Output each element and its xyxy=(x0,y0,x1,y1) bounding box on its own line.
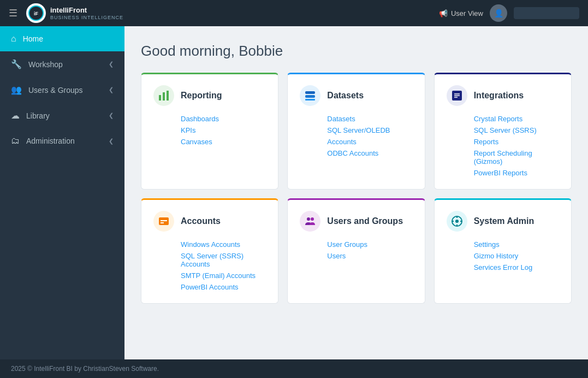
users-groups-icon xyxy=(300,211,320,232)
card-links-accounts: Windows AccountsSQL Server (SSRS) Accoun… xyxy=(153,240,266,291)
svg-rect-5 xyxy=(305,91,315,94)
sidebar-item-library[interactable]: ☁ Library ❮ xyxy=(0,103,124,128)
integrations-icon xyxy=(447,85,467,106)
greeting-text: Good morning, Bobbie xyxy=(141,43,572,60)
card-links-reporting: DashboardsKPIsCanvases xyxy=(153,115,266,146)
card-link-system-admin[interactable]: Gizmo History xyxy=(474,252,559,260)
svg-rect-4 xyxy=(167,91,169,101)
logo-area: iF intelliFront BUSINESS INTELLIGENCE xyxy=(26,3,123,23)
sidebar-label-workshop: Workshop xyxy=(28,60,63,69)
card-link-integrations[interactable]: PowerBI Reports xyxy=(474,169,559,177)
cards-grid: Reporting DashboardsKPIsCanvases Dataset… xyxy=(141,73,572,304)
main-content: Good morning, Bobbie Reporting Dashboard… xyxy=(124,26,588,359)
card-link-accounts[interactable]: Windows Accounts xyxy=(181,240,266,249)
card-link-datasets[interactable]: Datasets xyxy=(327,115,412,123)
card-header-users-groups: Users and Groups xyxy=(300,211,412,232)
datasets-icon xyxy=(300,85,320,106)
card-link-users-groups[interactable]: User Groups xyxy=(327,240,412,249)
speaker-icon: 📢 xyxy=(439,9,448,17)
card-header-accounts: Accounts xyxy=(153,211,266,232)
card-link-accounts[interactable]: SQL Server (SSRS) Accounts xyxy=(181,252,266,268)
footer-text: 2025 © IntelliFront BI by ChristianSteve… xyxy=(11,365,159,373)
logo-text-block: intelliFront BUSINESS INTELLIGENCE xyxy=(50,6,123,20)
sidebar-label-library: Library xyxy=(26,111,50,120)
sidebar-item-workshop[interactable]: 🔧 Workshop ❮ xyxy=(0,51,124,77)
card-link-datasets[interactable]: ODBC Accounts xyxy=(327,149,412,157)
user-view-label[interactable]: 📢 User View xyxy=(439,9,483,17)
card-link-reporting[interactable]: Dashboards xyxy=(181,115,266,123)
card-link-system-admin[interactable]: Services Error Log xyxy=(474,263,559,271)
svg-point-16 xyxy=(311,217,314,221)
card-link-datasets[interactable]: SQL Server/OLEDB xyxy=(327,126,412,134)
header: ☰ iF intelliFront BUSINESS INTELLIGENCE … xyxy=(0,0,588,26)
logo-icon: iF xyxy=(26,3,46,23)
sidebar-item-users-groups[interactable]: 👥 Users & Groups ❮ xyxy=(0,77,124,103)
card-title-system-admin: System Admin xyxy=(474,216,534,226)
card-link-users-groups[interactable]: Users xyxy=(327,252,412,260)
svg-rect-3 xyxy=(163,92,165,101)
reporting-icon xyxy=(153,85,174,106)
card-link-integrations[interactable]: SQL Server (SSRS) xyxy=(474,126,559,134)
home-icon: ⌂ xyxy=(11,34,16,44)
sidebar-label-administration: Administration xyxy=(26,137,75,145)
card-links-integrations: Crystal ReportsSQL Server (SSRS)ReportsR… xyxy=(447,115,559,177)
card-title-accounts: Accounts xyxy=(181,216,221,226)
users-groups-icon: 👥 xyxy=(11,85,22,95)
footer: 2025 © IntelliFront BI by ChristianSteve… xyxy=(0,359,588,378)
card-links-system-admin: SettingsGizmo HistoryServices Error Log xyxy=(447,240,559,271)
card-title-reporting: Reporting xyxy=(181,91,222,101)
card-links-users-groups: User GroupsUsers xyxy=(300,240,412,260)
svg-point-15 xyxy=(307,217,310,221)
card-title-datasets: Datasets xyxy=(327,91,364,101)
sidebar-item-home[interactable]: ⌂ Home xyxy=(0,26,124,51)
sidebar-item-administration[interactable]: 🗂 Administration ❮ xyxy=(0,128,124,153)
card-header-reporting: Reporting xyxy=(153,85,266,106)
sidebar-label-users-groups: Users & Groups xyxy=(28,86,83,94)
hamburger-icon[interactable]: ☰ xyxy=(9,7,17,19)
accounts-icon xyxy=(153,211,174,232)
svg-rect-2 xyxy=(159,95,161,101)
svg-text:iF: iF xyxy=(34,11,39,16)
chevron-right-icon-4: ❮ xyxy=(109,138,114,145)
card-link-integrations[interactable]: Crystal Reports xyxy=(474,115,559,123)
card-link-accounts[interactable]: PowerBI Accounts xyxy=(181,283,266,291)
system-admin-icon xyxy=(447,211,467,232)
svg-rect-13 xyxy=(161,220,167,221)
card-links-datasets: DatasetsSQL Server/OLEDBAccountsODBC Acc… xyxy=(300,115,412,157)
svg-point-18 xyxy=(455,220,459,223)
logo-subtitle: BUSINESS INTELLIGENCE xyxy=(50,15,123,20)
card-link-accounts[interactable]: SMTP (Email) Accounts xyxy=(181,271,266,280)
card-title-integrations: Integrations xyxy=(474,91,524,101)
card-integrations: Integrations Crystal ReportsSQL Server (… xyxy=(434,73,572,190)
card-link-integrations[interactable]: Report Scheduling (Gizmos) xyxy=(474,149,559,166)
svg-rect-7 xyxy=(305,99,315,101)
user-avatar[interactable]: 👤 xyxy=(490,4,507,22)
card-header-system-admin: System Admin xyxy=(447,211,559,232)
card-datasets: Datasets DatasetsSQL Server/OLEDBAccount… xyxy=(287,73,425,190)
logo-name: intelliFront xyxy=(50,6,123,15)
card-reporting: Reporting DashboardsKPIsCanvases xyxy=(141,73,278,190)
sidebar: ⌂ Home 🔧 Workshop ❮ 👥 Users & Groups ❮ ☁… xyxy=(0,26,124,359)
svg-rect-6 xyxy=(305,95,315,98)
sidebar-label-home: Home xyxy=(23,34,43,43)
card-header-integrations: Integrations xyxy=(447,85,559,106)
chevron-right-icon: ❮ xyxy=(109,61,114,68)
chevron-right-icon-2: ❮ xyxy=(109,86,114,93)
header-left: ☰ iF intelliFront BUSINESS INTELLIGENCE xyxy=(9,3,123,23)
card-link-integrations[interactable]: Reports xyxy=(474,138,559,146)
card-accounts: Accounts Windows AccountsSQL Server (SSR… xyxy=(141,198,278,304)
card-users-groups: Users and Groups User GroupsUsers xyxy=(287,198,425,304)
card-link-reporting[interactable]: KPIs xyxy=(181,126,266,134)
header-right: 📢 User View 👤 xyxy=(439,4,579,22)
card-system-admin: System Admin SettingsGizmo HistoryServic… xyxy=(434,198,572,304)
person-icon: 👤 xyxy=(494,9,503,17)
chevron-right-icon-3: ❮ xyxy=(109,112,114,119)
main-layout: ⌂ Home 🔧 Workshop ❮ 👥 Users & Groups ❮ ☁… xyxy=(0,26,588,359)
card-link-reporting[interactable]: Canvases xyxy=(181,138,266,146)
library-icon: ☁ xyxy=(11,110,20,121)
card-link-datasets[interactable]: Accounts xyxy=(327,138,412,146)
card-header-datasets: Datasets xyxy=(300,85,412,106)
card-link-system-admin[interactable]: Settings xyxy=(474,240,559,249)
svg-rect-14 xyxy=(161,222,164,223)
search-input[interactable] xyxy=(514,7,579,19)
